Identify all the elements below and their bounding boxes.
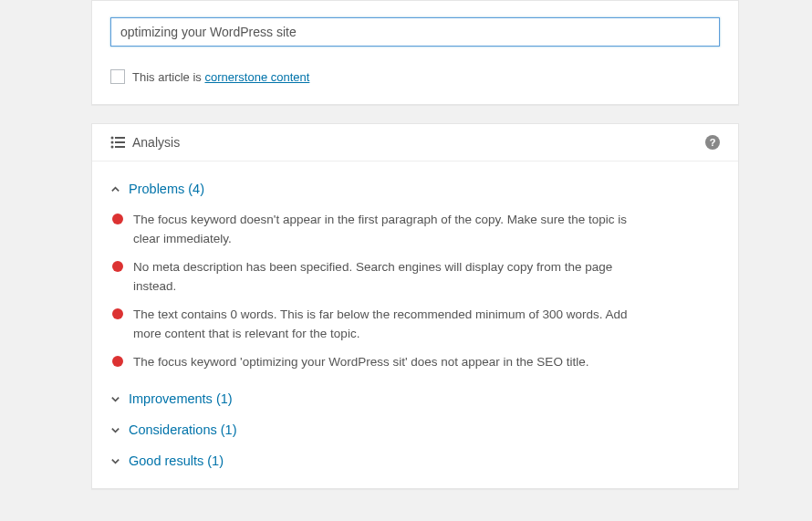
problem-text: The focus keyword doesn't appear in the …: [133, 211, 635, 249]
section-improvements-header[interactable]: Improvements (1): [110, 390, 720, 408]
section-good-results: Good results (1): [110, 452, 720, 470]
svg-point-4: [111, 146, 114, 149]
analysis-title: Analysis: [132, 135, 180, 150]
section-problems-items: The focus keyword doesn't appear in the …: [110, 207, 720, 377]
analysis-panel: Analysis ? Problems (4) The focus keywor…: [91, 123, 739, 489]
svg-point-2: [111, 141, 114, 144]
section-good-results-header[interactable]: Good results (1): [110, 452, 720, 470]
section-considerations-title: Considerations (1): [129, 422, 236, 437]
svg-point-0: [111, 137, 114, 140]
svg-rect-3: [115, 141, 125, 143]
cornerstone-row: This article is cornerstone content: [110, 69, 720, 84]
chevron-down-icon: [110, 456, 120, 466]
analysis-header: Analysis ?: [92, 124, 738, 162]
list-icon: [110, 136, 125, 149]
svg-rect-5: [115, 146, 125, 148]
problem-text: The text contains 0 words. This is far b…: [133, 306, 635, 344]
status-dot-red-icon: [112, 214, 123, 224]
problem-text: No meta description has been specified. …: [133, 258, 635, 297]
cornerstone-link[interactable]: cornerstone content: [204, 70, 309, 84]
chevron-down-icon: [110, 394, 120, 404]
page-wrap: This article is cornerstone content Anal…: [0, 0, 812, 521]
cornerstone-label: This article is cornerstone content: [132, 70, 309, 84]
section-good-results-title: Good results (1): [129, 453, 224, 468]
cornerstone-prefix: This article is: [132, 70, 204, 84]
section-considerations-header[interactable]: Considerations (1): [110, 421, 720, 439]
section-problems: Problems (4) The focus keyword doesn't a…: [110, 180, 720, 377]
help-icon[interactable]: ?: [705, 135, 720, 150]
chevron-down-icon: [110, 425, 120, 435]
section-considerations: Considerations (1): [110, 421, 720, 439]
svg-rect-1: [115, 137, 125, 139]
problem-text: The focus keyword 'optimizing your WordP…: [133, 353, 588, 372]
focus-keyword-input[interactable]: [110, 17, 720, 47]
keyword-panel-body: This article is cornerstone content: [92, 1, 738, 104]
analysis-body: Problems (4) The focus keyword doesn't a…: [92, 162, 738, 488]
problem-item: The focus keyword doesn't appear in the …: [112, 207, 720, 255]
cornerstone-checkbox[interactable]: [110, 69, 125, 84]
problem-item: The text contains 0 words. This is far b…: [112, 302, 720, 349]
chevron-up-icon: [110, 184, 120, 194]
problem-item: The focus keyword 'optimizing your WordP…: [112, 349, 720, 378]
section-problems-header[interactable]: Problems (4): [110, 180, 720, 198]
keyword-panel: This article is cornerstone content: [91, 0, 739, 105]
problem-item: No meta description has been specified. …: [112, 255, 720, 302]
status-dot-red-icon: [112, 308, 123, 319]
section-problems-title: Problems (4): [129, 182, 204, 196]
status-dot-red-icon: [112, 356, 123, 367]
section-improvements-title: Improvements (1): [129, 391, 233, 406]
status-dot-red-icon: [112, 261, 123, 272]
analysis-header-left: Analysis: [110, 135, 180, 150]
section-improvements: Improvements (1): [110, 390, 720, 408]
